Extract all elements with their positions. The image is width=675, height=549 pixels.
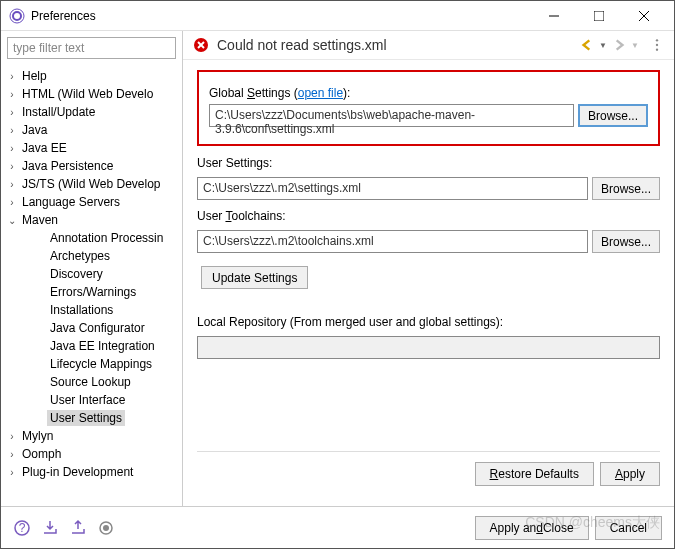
user-toolchains-input[interactable]: C:\Users\zzz\.m2\toolchains.xml — [197, 230, 588, 253]
tree-item-label: User Interface — [47, 392, 128, 408]
tree-item-label: Install/Update — [19, 104, 98, 120]
svg-rect-3 — [594, 11, 604, 21]
svg-point-9 — [656, 39, 658, 41]
svg-text:?: ? — [19, 521, 26, 535]
chevron-right-icon: › — [5, 179, 19, 190]
tree-item[interactable]: Annotation Processin — [1, 229, 182, 247]
user-settings-label: User Settings: — [197, 156, 660, 170]
forward-icon[interactable] — [612, 38, 626, 52]
tree-item[interactable]: ›Language Servers — [1, 193, 182, 211]
chevron-right-icon: › — [5, 449, 19, 460]
tree-item[interactable]: User Interface — [1, 391, 182, 409]
tree-item-label: Annotation Processin — [47, 230, 166, 246]
tree-item[interactable]: ›Plug-in Development — [1, 463, 182, 481]
chevron-right-icon: › — [5, 467, 19, 478]
tree-item-label: User Settings — [47, 410, 125, 426]
tree-item[interactable]: ›Oomph — [1, 445, 182, 463]
global-settings-input[interactable]: C:\Users\zzz\Documents\bs\web\apache-mav… — [209, 104, 574, 127]
sidebar: type filter text ›Help›HTML (Wild Web De… — [1, 31, 183, 506]
tree-item[interactable]: Installations — [1, 301, 182, 319]
tree-item[interactable]: Java EE Integration — [1, 337, 182, 355]
tree-item-label: Java Persistence — [19, 158, 116, 174]
tree-item-label: Installations — [47, 302, 116, 318]
browse-global-button[interactable]: Browse... — [578, 104, 648, 127]
record-icon[interactable] — [97, 519, 115, 537]
tree-item-label: Help — [19, 68, 50, 84]
open-file-link[interactable]: open file — [298, 86, 343, 100]
tree-item[interactable]: ›Java EE — [1, 139, 182, 157]
tree-item[interactable]: Source Lookup — [1, 373, 182, 391]
tree-item-label: Maven — [19, 212, 61, 228]
tree-item-label: Java EE — [19, 140, 70, 156]
chevron-down-icon: ⌄ — [5, 215, 19, 226]
user-toolchains-label: User Toolchains: — [197, 209, 660, 223]
svg-point-10 — [656, 44, 658, 46]
local-repository-input — [197, 336, 660, 359]
tree-item[interactable]: Discovery — [1, 265, 182, 283]
tree-item[interactable]: Java Configurator — [1, 319, 182, 337]
svg-point-0 — [13, 12, 21, 20]
tree-item[interactable]: ›Install/Update — [1, 103, 182, 121]
tree-item[interactable]: ⌄Maven — [1, 211, 182, 229]
restore-defaults-button[interactable]: RRestore Defaultsestore Defaults — [475, 462, 594, 486]
tree-item-label: Oomph — [19, 446, 64, 462]
chevron-right-icon: › — [5, 125, 19, 136]
global-settings-section: Global Settings (open file): C:\Users\zz… — [197, 70, 660, 146]
tree-item-label: HTML (Wild Web Develo — [19, 86, 156, 102]
cancel-button[interactable]: Cancel — [595, 516, 662, 540]
tree-item-label: Java Configurator — [47, 320, 148, 336]
chevron-right-icon: › — [5, 143, 19, 154]
back-icon[interactable] — [580, 38, 594, 52]
back-dropdown-icon[interactable]: ▼ — [596, 38, 610, 52]
export-icon[interactable] — [69, 519, 87, 537]
tree-item[interactable]: Errors/Warnings — [1, 283, 182, 301]
tree-item-label: Lifecycle Mappings — [47, 356, 155, 372]
error-message: Could not read settings.xml — [217, 37, 580, 53]
tree-item[interactable]: Archetypes — [1, 247, 182, 265]
svg-point-15 — [103, 525, 109, 531]
apply-and-close-button[interactable]: Apply and Close — [475, 516, 589, 540]
chevron-right-icon: › — [5, 431, 19, 442]
tree-item[interactable]: User Settings — [1, 409, 182, 427]
tree-item-label: Plug-in Development — [19, 464, 136, 480]
tree-item-label: Java EE Integration — [47, 338, 158, 354]
local-repository-label: Local Repository (From merged user and g… — [197, 315, 660, 329]
chevron-right-icon: › — [5, 71, 19, 82]
chevron-right-icon: › — [5, 197, 19, 208]
svg-point-11 — [656, 49, 658, 51]
tree-item[interactable]: ›Java — [1, 121, 182, 139]
tree-item[interactable]: ›JS/TS (Wild Web Develop — [1, 175, 182, 193]
tree-item[interactable]: ›Mylyn — [1, 427, 182, 445]
preferences-tree[interactable]: ›Help›HTML (Wild Web Develo›Install/Upda… — [1, 65, 182, 506]
tree-item[interactable]: ›HTML (Wild Web Develo — [1, 85, 182, 103]
tree-item-label: Discovery — [47, 266, 106, 282]
tree-item-label: Java — [19, 122, 50, 138]
tree-item-label: Source Lookup — [47, 374, 134, 390]
forward-dropdown-icon[interactable]: ▼ — [628, 38, 642, 52]
apply-button[interactable]: Apply — [600, 462, 660, 486]
filter-input[interactable]: type filter text — [7, 37, 176, 59]
maximize-button[interactable] — [576, 1, 621, 30]
chevron-right-icon: › — [5, 89, 19, 100]
help-icon[interactable]: ? — [13, 519, 31, 537]
import-icon[interactable] — [41, 519, 59, 537]
minimize-button[interactable] — [531, 1, 576, 30]
chevron-right-icon: › — [5, 161, 19, 172]
browse-user-button[interactable]: Browse... — [592, 177, 660, 200]
menu-icon[interactable] — [650, 38, 664, 52]
browse-toolchains-button[interactable]: Browse... — [592, 230, 660, 253]
window-title: Preferences — [31, 9, 531, 23]
global-settings-label: Global Settings (open file): — [209, 86, 648, 100]
update-settings-button[interactable]: Update Settings — [201, 266, 308, 289]
tree-item[interactable]: ›Help — [1, 67, 182, 85]
tree-item-label: JS/TS (Wild Web Develop — [19, 176, 164, 192]
tree-item[interactable]: Lifecycle Mappings — [1, 355, 182, 373]
close-button[interactable] — [621, 1, 666, 30]
tree-item-label: Mylyn — [19, 428, 56, 444]
tree-item-label: Language Servers — [19, 194, 123, 210]
user-settings-input[interactable]: C:\Users\zzz\.m2\settings.xml — [197, 177, 588, 200]
preferences-icon — [9, 8, 25, 24]
tree-item-label: Errors/Warnings — [47, 284, 139, 300]
tree-item[interactable]: ›Java Persistence — [1, 157, 182, 175]
tree-item-label: Archetypes — [47, 248, 113, 264]
